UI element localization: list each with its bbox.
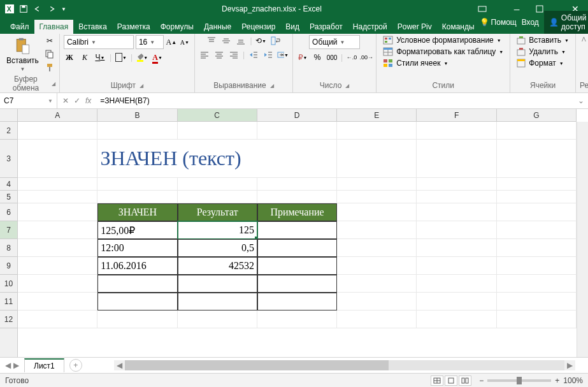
- align-center-button[interactable]: [213, 49, 225, 61]
- conditional-formatting-button[interactable]: Условное форматирование▼: [380, 35, 504, 45]
- font-dialog-icon[interactable]: ◢: [140, 83, 143, 89]
- row-6[interactable]: 6: [0, 203, 17, 221]
- tab-addins[interactable]: Надстрой: [348, 20, 392, 34]
- decrease-decimal-button[interactable]: .00→: [361, 52, 372, 63]
- qat-more-icon[interactable]: ▼: [61, 6, 66, 12]
- view-page-break-button[interactable]: [459, 376, 471, 386]
- decrease-indent-button[interactable]: [248, 49, 259, 61]
- horizontal-scrollbar[interactable]: ◀ ▶: [114, 360, 575, 370]
- zoom-level[interactable]: 100%: [563, 376, 583, 385]
- format-as-table-button[interactable]: Форматировать как таблицу▼: [380, 47, 506, 57]
- tab-data[interactable]: Данные: [199, 20, 236, 34]
- bold-button[interactable]: Ж: [64, 52, 75, 63]
- table-cell[interactable]: 125,00₽: [97, 221, 177, 239]
- fill-color-button[interactable]: ▼: [136, 52, 148, 63]
- table-cell[interactable]: [257, 293, 337, 310]
- tab-insert[interactable]: Вставка: [73, 20, 112, 34]
- align-bottom-button[interactable]: [235, 35, 247, 47]
- save-icon[interactable]: [19, 4, 28, 13]
- comma-button[interactable]: 000: [326, 52, 338, 63]
- collapse-ribbon-icon[interactable]: ᐱ: [582, 36, 586, 43]
- table-header[interactable]: Примечание: [257, 203, 337, 221]
- row-4[interactable]: 4: [0, 178, 17, 191]
- formula-input[interactable]: =ЗНАЧЕН(B7): [96, 96, 574, 105]
- tell-me[interactable]: 💡Помощ: [480, 18, 517, 27]
- zoom-in-button[interactable]: +: [555, 376, 559, 385]
- italic-button[interactable]: К: [79, 52, 90, 63]
- row-12[interactable]: 12: [0, 310, 17, 328]
- table-cell[interactable]: [257, 239, 337, 257]
- tab-developer[interactable]: Разработ: [305, 20, 348, 34]
- font-size-combo[interactable]: 16▼: [136, 35, 164, 49]
- redo-icon[interactable]: [47, 4, 56, 13]
- zoom-slider[interactable]: [487, 379, 551, 382]
- number-dialog-icon[interactable]: ◢: [345, 83, 349, 89]
- tab-formulas[interactable]: Формулы: [155, 20, 199, 34]
- table-cell[interactable]: 11.06.2016: [97, 257, 177, 275]
- tab-commands[interactable]: Команды: [437, 20, 480, 34]
- expand-formula-icon[interactable]: ⌄: [574, 96, 588, 105]
- align-left-button[interactable]: [199, 49, 210, 61]
- row-11[interactable]: 11: [0, 293, 17, 310]
- increase-indent-button[interactable]: [262, 49, 274, 61]
- increase-font-button[interactable]: A▲: [166, 36, 177, 48]
- cell-grid[interactable]: ЗНАЧЕН (текст) ЗНАЧЕН Результат Примечан…: [18, 122, 577, 357]
- table-cell[interactable]: [257, 257, 337, 275]
- enter-formula-icon[interactable]: ✓: [74, 96, 80, 105]
- paste-button[interactable]: Вставить ▼: [4, 36, 41, 73]
- zoom-out-button[interactable]: −: [479, 376, 484, 385]
- tab-layout[interactable]: Разметка: [112, 20, 155, 34]
- table-cell[interactable]: [257, 275, 337, 293]
- delete-cells-button[interactable]: Удалить▼: [514, 47, 568, 57]
- tab-home[interactable]: Главная: [34, 20, 74, 34]
- increase-decimal-button[interactable]: ←.0: [346, 52, 357, 63]
- tab-file[interactable]: Файл: [5, 20, 34, 34]
- alignment-dialog-icon[interactable]: ◢: [270, 83, 274, 89]
- col-F[interactable]: F: [417, 109, 496, 121]
- insert-cells-button[interactable]: Вставить▼: [514, 35, 571, 45]
- col-D[interactable]: D: [257, 109, 337, 121]
- decrease-font-button[interactable]: A▼: [179, 36, 190, 48]
- font-color-button[interactable]: A▼: [152, 52, 163, 63]
- row-5[interactable]: 5: [0, 191, 17, 203]
- row-3[interactable]: 3: [0, 140, 17, 178]
- merge-button[interactable]: ▼: [277, 49, 289, 61]
- percent-button[interactable]: %: [312, 52, 323, 63]
- col-E[interactable]: E: [337, 109, 417, 121]
- font-name-combo[interactable]: Calibri▼: [64, 35, 134, 49]
- table-header[interactable]: ЗНАЧЕН: [97, 203, 177, 221]
- row-10[interactable]: 10: [0, 275, 17, 293]
- vertical-scrollbar[interactable]: [577, 122, 588, 357]
- view-normal-button[interactable]: [431, 376, 443, 386]
- tab-scroll-left-icon[interactable]: ◀: [5, 361, 11, 370]
- col-B[interactable]: B: [97, 109, 177, 121]
- name-box[interactable]: C7▼: [0, 93, 57, 108]
- select-all-corner[interactable]: [0, 109, 18, 122]
- underline-button[interactable]: Ч▼: [94, 52, 106, 63]
- active-cell[interactable]: 125: [178, 221, 257, 239]
- orientation-button[interactable]: ⟲▼: [255, 35, 267, 47]
- table-cell[interactable]: 0,5: [178, 239, 257, 257]
- undo-icon[interactable]: [33, 4, 42, 13]
- table-cell[interactable]: [178, 293, 257, 310]
- tab-view[interactable]: Вид: [280, 20, 305, 34]
- tab-review[interactable]: Рецензир: [236, 20, 280, 34]
- table-header[interactable]: Результат: [178, 203, 257, 221]
- share-button[interactable]: 👤Общий доступ: [544, 11, 588, 34]
- align-right-button[interactable]: [228, 49, 240, 61]
- row-7[interactable]: 7: [0, 221, 17, 239]
- new-sheet-button[interactable]: +: [69, 359, 82, 372]
- format-cells-button[interactable]: Формат▼: [514, 58, 566, 68]
- cell-styles-button[interactable]: Стили ячеек▼: [380, 58, 450, 68]
- align-top-button[interactable]: [206, 35, 217, 47]
- row-2[interactable]: 2: [0, 122, 17, 140]
- col-A[interactable]: A: [18, 109, 97, 121]
- sheet-tab[interactable]: Лист1: [24, 358, 64, 372]
- table-cell[interactable]: [257, 221, 337, 239]
- row-9[interactable]: 9: [0, 257, 17, 275]
- col-C[interactable]: C: [178, 109, 257, 121]
- borders-button[interactable]: ▼: [115, 52, 127, 63]
- align-middle-button[interactable]: [220, 35, 232, 47]
- tab-powerpivot[interactable]: Power Piv: [392, 20, 437, 34]
- cancel-formula-icon[interactable]: ✕: [62, 96, 69, 105]
